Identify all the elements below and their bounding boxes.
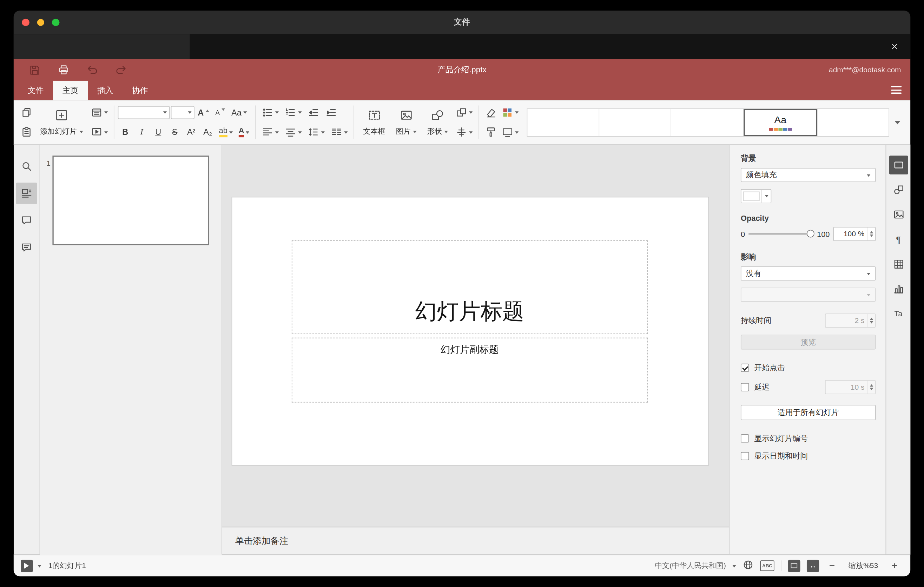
align-shapes-button[interactable] — [453, 125, 475, 140]
strikethrough-button[interactable]: S — [167, 125, 183, 140]
print-icon[interactable] — [56, 63, 69, 76]
spellcheck-icon[interactable]: ABC — [760, 560, 774, 571]
increase-indent-icon[interactable] — [323, 105, 340, 120]
slides-panel-icon[interactable] — [16, 183, 37, 204]
slide-layout-button[interactable] — [88, 105, 110, 120]
slide-size-button[interactable] — [499, 125, 521, 140]
window-close-button[interactable] — [22, 18, 29, 26]
tab-home[interactable]: 主页 — [53, 81, 88, 100]
slide-settings-icon[interactable] — [889, 155, 908, 175]
highlight-color-button[interactable]: ab — [216, 125, 235, 140]
slideshow-options-chevron-icon[interactable] — [38, 565, 41, 569]
decrease-indent-icon[interactable] — [305, 105, 322, 120]
increase-font-icon[interactable]: A — [195, 105, 211, 120]
paste-icon[interactable] — [18, 125, 35, 140]
theme-option-5[interactable] — [817, 109, 889, 136]
columns-button[interactable] — [328, 125, 350, 140]
fit-to-slide-icon[interactable] — [788, 560, 800, 572]
chart-settings-icon[interactable] — [889, 279, 908, 298]
copy-style-icon[interactable] — [483, 125, 499, 140]
change-case-button[interactable]: Aa — [229, 105, 249, 120]
search-icon[interactable] — [16, 155, 37, 176]
theme-option-3[interactable] — [671, 109, 743, 136]
font-size-combo[interactable] — [171, 106, 194, 119]
start-slideshow-button[interactable] — [88, 125, 110, 140]
line-spacing-button[interactable] — [305, 125, 327, 140]
comments-icon[interactable] — [16, 210, 37, 231]
arrange-shapes-button[interactable] — [453, 105, 475, 120]
table-settings-icon[interactable] — [889, 254, 908, 274]
font-name-input[interactable] — [118, 106, 163, 118]
transition-effect-select[interactable]: 没有 — [741, 267, 876, 280]
bold-button[interactable]: B — [117, 125, 133, 140]
subtitle-placeholder[interactable]: 幻灯片副标题 — [292, 338, 648, 403]
decrease-font-icon[interactable]: A — [213, 105, 228, 120]
zoom-in-button[interactable]: + — [888, 560, 901, 572]
start-slideshow-status-icon[interactable] — [21, 560, 33, 572]
numbering-button[interactable] — [282, 105, 304, 120]
zoom-out-button[interactable]: − — [826, 560, 839, 572]
horizontal-align-button[interactable] — [259, 125, 281, 140]
apply-to-all-slides-button[interactable]: 适用于所有幻灯片 — [741, 405, 876, 420]
tab-collaboration[interactable]: 协作 — [122, 81, 157, 100]
fit-to-width-icon[interactable]: ↔ — [807, 560, 819, 572]
dialog-close-icon[interactable]: × — [887, 39, 902, 54]
slide[interactable]: 幻灯片标题 幻灯片副标题 — [232, 197, 708, 465]
window-zoom-button[interactable] — [52, 18, 59, 26]
font-size-input[interactable] — [171, 106, 188, 118]
theme-gallery-expand-icon[interactable] — [889, 108, 906, 137]
opacity-spinbox[interactable] — [833, 227, 876, 241]
show-date-time-row[interactable]: 显示日期和时间 — [741, 451, 876, 461]
start-on-click-checkbox[interactable] — [741, 364, 749, 372]
theme-option-2[interactable] — [599, 109, 671, 136]
theme-option-selected[interactable]: Aa — [744, 109, 817, 136]
bullets-button[interactable] — [259, 105, 281, 120]
vertical-align-button[interactable] — [282, 125, 304, 140]
superscript-button[interactable]: A² — [183, 125, 199, 140]
background-color-picker[interactable] — [741, 189, 771, 203]
paragraph-settings-icon[interactable]: ¶ — [889, 230, 908, 249]
image-button[interactable]: 图片 — [391, 100, 422, 144]
font-name-combo[interactable] — [117, 106, 170, 119]
subscript-button[interactable]: A₂ — [200, 125, 216, 140]
delay-checkbox[interactable] — [741, 383, 749, 391]
language-chevron-icon[interactable] — [732, 565, 736, 569]
slide-thumbnail[interactable] — [52, 155, 209, 245]
italic-button[interactable]: I — [134, 125, 150, 140]
opacity-spinner[interactable] — [867, 228, 875, 241]
color-scheme-button[interactable] — [499, 105, 521, 120]
font-color-button[interactable]: A — [236, 125, 252, 140]
show-slide-number-checkbox[interactable] — [741, 434, 749, 443]
document-language-icon[interactable] — [742, 559, 754, 572]
undo-icon[interactable] — [85, 63, 98, 76]
shape-button[interactable]: 形状 — [422, 100, 453, 144]
shape-settings-icon[interactable] — [889, 180, 908, 200]
textbox-button[interactable]: 文本框 — [358, 100, 390, 144]
copy-icon[interactable] — [18, 105, 35, 120]
underline-button[interactable]: U — [150, 125, 166, 140]
opacity-input[interactable] — [834, 228, 867, 241]
background-fill-select[interactable]: 颜色填充 — [741, 168, 876, 182]
title-placeholder[interactable]: 幻灯片标题 — [292, 241, 648, 334]
opacity-slider-knob[interactable] — [807, 230, 815, 238]
language-status[interactable]: 中文(中华人民共和国) — [655, 561, 726, 571]
clear-style-icon[interactable] — [483, 105, 499, 120]
textart-settings-icon[interactable]: Ta — [889, 304, 908, 323]
show-slide-number-row[interactable]: 显示幻灯片编号 — [741, 433, 876, 444]
tab-insert[interactable]: 插入 — [88, 81, 122, 100]
notes-area[interactable]: 单击添加备注 — [222, 527, 729, 555]
start-on-click-row[interactable]: 开始点击 — [741, 362, 876, 373]
save-icon[interactable] — [28, 63, 41, 76]
chat-icon[interactable] — [16, 237, 37, 258]
image-icon — [399, 108, 413, 124]
window-minimize-button[interactable] — [37, 18, 44, 26]
opacity-slider[interactable] — [749, 230, 813, 238]
theme-option-1[interactable] — [527, 109, 599, 136]
show-date-time-checkbox[interactable] — [741, 452, 749, 460]
menu-icon[interactable] — [891, 86, 901, 94]
image-settings-icon[interactable] — [889, 205, 908, 224]
add-slide-button[interactable]: 添加幻灯片 — [35, 100, 88, 144]
tab-file[interactable]: 文件 — [18, 81, 53, 100]
redo-icon[interactable] — [114, 63, 127, 76]
delay-row[interactable]: 延迟 — [741, 382, 769, 392]
